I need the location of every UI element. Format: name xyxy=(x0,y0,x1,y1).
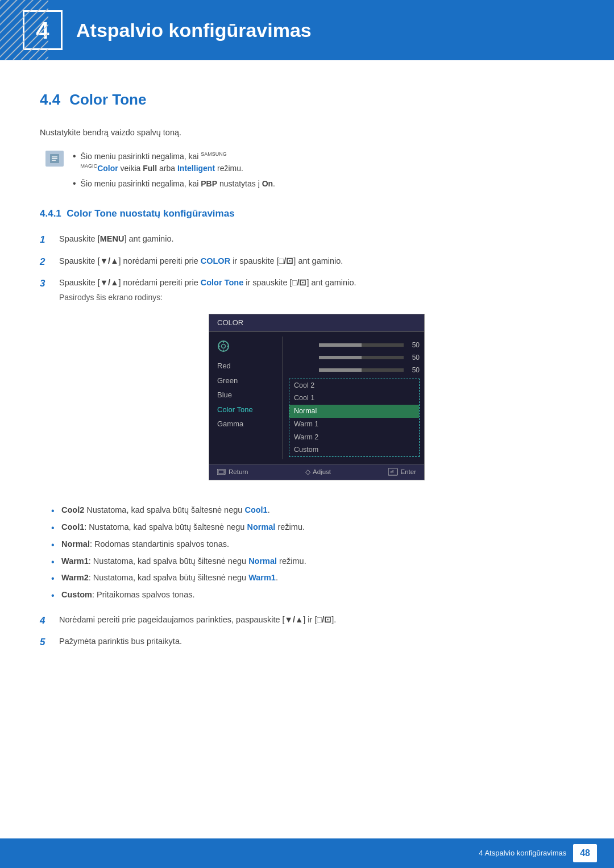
osd-bar-row-green: 50 xyxy=(289,351,424,364)
osd-option-custom: Custom xyxy=(289,443,419,456)
option-cool1: Cool1: Nustatoma, kad spalva būtų šaltes… xyxy=(51,521,574,534)
step-number-1: 1 xyxy=(40,232,55,247)
section-title: Color Tone xyxy=(69,89,146,111)
subsection-heading: 4.4.1 Color Tone nuostatų konfigūravimas xyxy=(40,206,574,221)
osd-option-warm1: Warm 1 xyxy=(289,418,419,431)
osd-menu-body: Red Green Blue Color Tone Gamma xyxy=(209,332,424,464)
enter-icon: ⏎ xyxy=(388,468,399,476)
osd-bar-row-blue: 50 xyxy=(289,364,424,376)
step-5: 5 Pažymėta parinktis bus pritaikyta. xyxy=(40,636,574,650)
osd-item-green: Green xyxy=(217,373,283,388)
settings-gear-icon xyxy=(217,340,230,352)
osd-option-normal: Normal xyxy=(289,405,419,418)
option-warm2: Warm2: Nustatoma, kad spalva būtų šiltes… xyxy=(51,572,574,584)
osd-right-col: 50 50 xyxy=(283,337,424,460)
chapter-header: 4 Atspalvio konfigūravimas xyxy=(0,0,614,60)
subsection-title: Color Tone nuostatų konfigūravimas xyxy=(67,208,234,219)
osd-footer-adjust: ◇ Adjust xyxy=(305,467,331,477)
osd-item-red: Red xyxy=(217,359,283,373)
osd-bar-blue xyxy=(319,368,404,372)
osd-title-bar: COLOR xyxy=(209,314,424,332)
step-number-3: 3 xyxy=(40,276,55,291)
subsection-number: 4.4.1 xyxy=(40,208,67,219)
footer-page-number: 48 xyxy=(573,844,597,862)
step-content-4: Norėdami pereiti prie pageidaujamos pari… xyxy=(59,614,574,626)
step-1: 1 Spauskite [MENU] ant gaminio. xyxy=(40,233,574,247)
options-list: Cool2 Nustatoma, kad spalva būtų šaltesn… xyxy=(51,504,574,601)
svg-rect-1 xyxy=(0,0,48,60)
section-heading: 4.4 Color Tone xyxy=(40,89,574,111)
page-footer: 4 Atspalvio konfigūravimas 48 xyxy=(0,838,614,868)
pencil-icon xyxy=(49,153,60,164)
chapter-title: Atspalvio konfigūravimas xyxy=(76,16,312,45)
note-lines: Šio meniu pasirinkti negalima, kai SAMSU… xyxy=(73,149,275,190)
osd-left-col: Red Green Blue Color Tone Gamma xyxy=(209,337,283,460)
svg-rect-13 xyxy=(218,470,224,474)
option-warm1: Warm1: Nustatoma, kad spalva būtų šiltes… xyxy=(51,555,574,568)
note-line-2: Šio meniu pasirinkti negalima, kai PBP n… xyxy=(73,177,275,190)
step-number-4: 4 xyxy=(40,613,55,628)
step-content-3: Spauskite [▼/▲] norėdami pereiti prie Co… xyxy=(59,277,574,493)
step-content-1: Spauskite [MENU] ant gaminio. xyxy=(59,233,574,246)
osd-footer-enter: ⏎ Enter xyxy=(388,467,417,477)
osd-menu: COLOR xyxy=(209,314,425,480)
osd-option-warm2: Warm 2 xyxy=(289,431,419,444)
note-box: Šio meniu pasirinkti negalima, kai SAMSU… xyxy=(40,149,574,190)
osd-option-cool2: Cool 2 xyxy=(289,379,419,392)
osd-item-blue: Blue xyxy=(217,388,283,402)
content-area: 4.4 Color Tone Nustatykite bendrą vaizdo… xyxy=(0,60,614,692)
intro-text: Nustatykite bendrą vaizdo spalvų toną. xyxy=(40,127,574,139)
svg-point-7 xyxy=(222,344,226,348)
step-number-5: 5 xyxy=(40,635,55,650)
step-content-5: Pažymėta parinktis bus pritaikyta. xyxy=(59,636,574,648)
osd-bar-red xyxy=(319,343,404,347)
step-2: 2 Spauskite [▼/▲] norėdami pereiti prie … xyxy=(40,255,574,269)
step-3: 3 Spauskite [▼/▲] norėdami pereiti prie … xyxy=(40,277,574,493)
steps-list: 1 Spauskite [MENU] ant gaminio. 2 Spausk… xyxy=(40,233,574,493)
option-custom: Custom: Pritaikomas spalvos tonas. xyxy=(51,589,574,601)
option-normal: Normal: Rodomas standartinis spalvos ton… xyxy=(51,538,574,551)
step-4: 4 Norėdami pereiti prie pageidaujamos pa… xyxy=(40,614,574,628)
corner-pattern xyxy=(0,0,48,60)
osd-item-color-tone: Color Tone xyxy=(217,402,283,417)
note-line-1: Šio meniu pasirinkti negalima, kai SAMSU… xyxy=(73,149,275,175)
return-icon xyxy=(217,469,226,476)
step-3-sub: Pasirodys šis ekrano rodinys: xyxy=(59,292,574,304)
section-number: 4.4 xyxy=(40,89,60,111)
osd-item-gamma: Gamma xyxy=(217,417,283,431)
osd-bar-row-red: 50 xyxy=(289,339,424,351)
step-number-2: 2 xyxy=(40,255,55,269)
footer-chapter-ref: 4 Atspalvio konfigūravimas xyxy=(479,848,566,859)
osd-footer: Return ◇ Adjust ⏎ Ent xyxy=(209,464,424,480)
osd-bar-green xyxy=(319,356,404,359)
osd-container: COLOR xyxy=(59,314,574,480)
osd-footer-return: Return xyxy=(217,467,248,477)
step-content-2: Spauskite [▼/▲] norėdami pereiti prie CO… xyxy=(59,255,574,268)
osd-dropdown-border: Cool 2 Cool 1 Normal Warm 1 Warm 2 Custo… xyxy=(289,379,420,458)
option-cool2: Cool2 Nustatoma, kad spalva būtų šaltesn… xyxy=(51,504,574,517)
osd-option-cool1: Cool 1 xyxy=(289,392,419,405)
note-icon xyxy=(45,151,64,167)
svg-text:⏎: ⏎ xyxy=(390,470,394,475)
